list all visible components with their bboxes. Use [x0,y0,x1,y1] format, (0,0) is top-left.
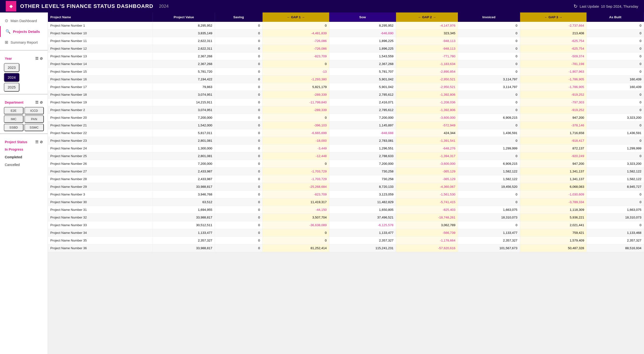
cell-invoiced: 101,567,673 [458,244,520,252]
year-2023[interactable]: 2023 [4,63,20,72]
cell-invoiced: 0 [458,137,520,145]
table-row: Project Name Number 207,200,000007,200,0… [48,114,644,122]
cell-gap1: -289,339 [262,91,329,99]
status-list-icon[interactable]: ☰ [35,140,38,144]
cell-invoiced: 0 [458,152,520,160]
cell-gap2: -771,780 [396,53,458,60]
cell-name: Project Name Number 10 [48,30,153,37]
cell-value: 79,863 [153,83,215,91]
year-2024[interactable]: 2024 [4,73,20,82]
table-row: Project Name Number 3063,512011,419,3171… [48,198,644,206]
cell-invoiced: 0 [458,91,520,99]
cell-asbuilt: 1,299,999 [587,145,644,152]
list-icon[interactable]: ☰ [35,56,38,61]
cell-gap1: -1,703,729 [262,168,329,175]
table-row: Project Name Number 23,074,9510-289,3392… [48,106,644,114]
cell-value: 2,367,268 [153,53,215,60]
cell-sow: 5,901,042 [329,76,396,83]
dept-e2e[interactable]: E2E [4,107,24,114]
cell-saving: 0 [215,175,262,183]
cell-saving: 0 [215,145,262,152]
refresh-icon[interactable]: ↻ [574,3,578,9]
dept-ssmc[interactable]: SSMC [24,124,44,131]
cell-gap1: 11,419,317 [262,198,329,206]
cell-saving: 0 [215,152,262,160]
cell-gap2: -948,113 [396,45,458,53]
cell-name: Project Name Number 17 [48,83,153,91]
cell-gap2: -1,392,806 [396,91,458,99]
cell-saving: 0 [215,106,262,114]
cell-value: 3,074,951 [153,91,215,99]
cell-saving: 0 [215,68,262,76]
cell-gap1: 81,252,414 [262,244,329,252]
dept-iccd[interactable]: ICCD [24,107,44,114]
dept-ssbd[interactable]: SSBD [4,124,24,131]
cell-saving: 0 [215,99,262,106]
cell-asbuilt: 18,310,073 [587,214,644,221]
cell-sow: 7,200,000 [329,160,396,168]
cell-invoiced: 1,663,075 [458,206,520,214]
cell-invoiced: 18,310,073 [458,214,520,221]
cell-name: Project Name Number 13 [48,53,153,60]
cell-asbuilt: 1,663,075 [587,206,644,214]
sidebar-item-main-dashboard[interactable]: ⊙ Main Dashboard [0,15,48,26]
cell-sow: 1,296,551 [329,145,396,152]
sidebar-item-projects-details[interactable]: 🔍 Projects Details [0,26,48,37]
cell-value: 1,300,000 [153,145,215,152]
dept-filter-icon[interactable]: ⊘ [40,100,43,105]
table-row: Project Name Number 1779,86305,821,1795,… [48,83,644,91]
cell-sow: 1,896,225 [329,37,396,45]
dept-pan[interactable]: PAN [24,115,44,123]
cell-name: Project Name Number 21 [48,122,153,129]
cell-gap3: -3,789,334 [520,198,587,206]
cell-name: Project Name Number 29 [48,183,153,191]
cell-name: Project Name Number 2 [48,106,153,114]
cell-name: Project Name Number 25 [48,152,153,160]
cell-saving: 0 [215,244,262,252]
sidebar-item-summary-report[interactable]: ⊞ Summary Report [0,37,48,48]
table-row: Project Name Number 3233,988,81703,507,7… [48,214,644,221]
cell-gap3: -1,786,905 [520,83,587,91]
cell-sow: 730,258 [329,175,396,183]
cell-saving: 0 [215,45,262,53]
cell-gap2: -3,600,000 [396,160,458,168]
cell-invoiced: 3,114,797 [458,83,520,91]
sidebar-label-summary-report: Summary Report [10,40,38,44]
cell-saving: 0 [215,137,262,145]
cell-asbuilt: 1,582,122 [587,168,644,175]
cell-gap1: -823,709 [262,53,329,60]
dept-imc[interactable]: IMC [4,115,24,123]
cell-asbuilt: 1,133,468 [587,229,644,237]
col-gap3: ← GAP 3 → [520,13,587,22]
cell-asbuilt: 0 [587,30,644,37]
table-wrapper[interactable]: Project Name Project Value Saving ← GAP … [48,13,644,354]
cell-asbuilt: 1,582,122 [587,175,644,183]
cell-gap3: 1,118,309 [520,206,587,214]
col-asbuilt: As Built [587,13,644,22]
cell-asbuilt: 88,516,934 [587,244,644,252]
filter-icon[interactable]: ⊘ [40,56,43,61]
cell-sow: 1,145,897 [329,122,396,129]
cell-saving: 0 [215,160,262,168]
status-in-progress[interactable]: In Progress [0,146,48,153]
cell-name: Project Name Number 20 [48,114,153,122]
col-gap1: ← GAP 1 → [262,13,329,22]
status-cancelled[interactable]: Cancelled [0,161,48,168]
cell-invoiced: 0 [458,221,520,229]
cell-gap1: -726,086 [262,45,329,53]
status-completed[interactable]: Completed [0,153,48,161]
table-row: Project Name Number 252,801,0810-12,4482… [48,152,644,160]
cell-invoiced: 1,133,477 [458,229,520,237]
cell-gap3: 947,200 [520,160,587,168]
year-2025[interactable]: 2025 [4,83,20,92]
cell-sow: 5,901,042 [329,83,396,91]
table-row: Project Name Number 241,300,0000-3,4491,… [48,145,644,152]
cell-gap2: -2,890,854 [396,68,458,76]
cell-gap2: -3,600,000 [396,114,458,122]
cell-gap1: -3,449 [262,145,329,152]
status-filter-icon[interactable]: ⊘ [40,140,43,144]
dept-list-icon[interactable]: ☰ [35,100,38,105]
cell-gap2: -1,208,036 [396,99,458,106]
cell-saving: 0 [215,168,262,175]
cell-gap3: -625,754 [520,37,587,45]
